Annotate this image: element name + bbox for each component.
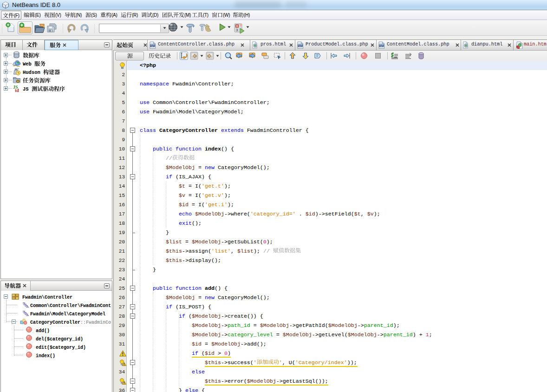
svg-text:td: td [15, 88, 19, 92]
svg-text:php: php [150, 44, 155, 47]
svg-text:php: php [379, 44, 384, 47]
svg-text:php: php [298, 44, 302, 47]
svg-text:3: 3 [236, 28, 238, 32]
